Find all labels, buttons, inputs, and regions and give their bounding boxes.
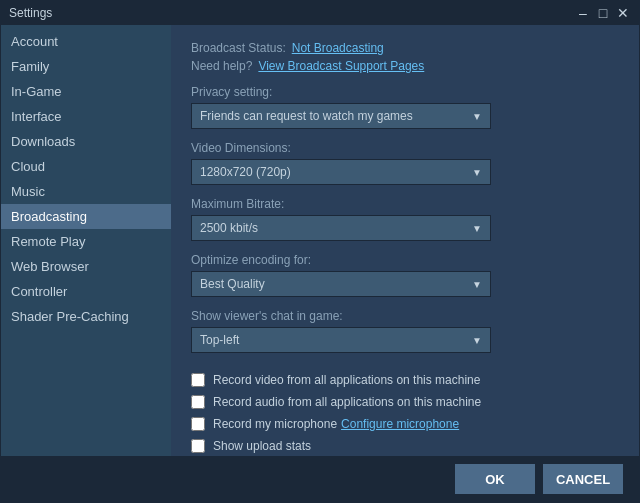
optimize-value: Best Quality [200,277,265,291]
video-dim-arrow: ▼ [472,167,482,178]
checkbox-row-1: Record audio from all applications on th… [191,395,619,409]
viewer-chat-label: Show viewer's chat in game: [191,309,619,323]
settings-window: Settings – □ ✕ AccountFamilyIn-GameInter… [0,0,640,503]
close-btn[interactable]: ✕ [615,6,631,20]
checkbox-label-3: Show upload stats [213,439,311,453]
support-pages-link[interactable]: View Broadcast Support Pages [258,59,424,73]
optimize-arrow: ▼ [472,279,482,290]
checkboxes-section: Record video from all applications on th… [191,373,619,456]
sidebar-item-account[interactable]: Account [1,29,171,54]
privacy-section: Privacy setting: Friends can request to … [191,85,619,129]
main-panel: Broadcast Status: Not Broadcasting Need … [171,25,639,456]
video-dim-label: Video Dimensions: [191,141,619,155]
privacy-label: Privacy setting: [191,85,619,99]
viewer-chat-arrow: ▼ [472,335,482,346]
maximize-btn[interactable]: □ [595,6,611,20]
video-dim-section: Video Dimensions: 1280x720 (720p) ▼ [191,141,619,185]
max-bitrate-value: 2500 kbit/s [200,221,258,235]
max-bitrate-dropdown[interactable]: 2500 kbit/s ▼ [191,215,491,241]
sidebar-item-in-game[interactable]: In-Game [1,79,171,104]
video-dim-dropdown[interactable]: 1280x720 (720p) ▼ [191,159,491,185]
checkbox-0[interactable] [191,373,205,387]
sidebar-item-interface[interactable]: Interface [1,104,171,129]
sidebar-item-family[interactable]: Family [1,54,171,79]
sidebar: AccountFamilyIn-GameInterfaceDownloadsCl… [1,25,171,456]
checkbox-label-0: Record video from all applications on th… [213,373,480,387]
privacy-dropdown-arrow: ▼ [472,111,482,122]
checkbox-row-3: Show upload stats [191,439,619,453]
content-area: AccountFamilyIn-GameInterfaceDownloadsCl… [1,25,639,456]
sidebar-item-remote-play[interactable]: Remote Play [1,229,171,254]
privacy-dropdown[interactable]: Friends can request to watch my games ▼ [191,103,491,129]
sidebar-item-music[interactable]: Music [1,179,171,204]
broadcast-status-row: Broadcast Status: Not Broadcasting [191,41,619,55]
sidebar-item-controller[interactable]: Controller [1,279,171,304]
privacy-value: Friends can request to watch my games [200,109,413,123]
sidebar-item-shader-pre-caching[interactable]: Shader Pre-Caching [1,304,171,329]
checkbox-3[interactable] [191,439,205,453]
cancel-button[interactable]: CANCEL [543,464,623,494]
optimize-section: Optimize encoding for: Best Quality ▼ [191,253,619,297]
viewer-chat-dropdown[interactable]: Top-left ▼ [191,327,491,353]
checkbox-row-2: Record my microphone Configure microphon… [191,417,619,431]
checkbox-1[interactable] [191,395,205,409]
not-broadcasting-link[interactable]: Not Broadcasting [292,41,384,55]
checkbox-label-2: Record my microphone [213,417,337,431]
checkbox-2[interactable] [191,417,205,431]
ok-button[interactable]: OK [455,464,535,494]
sidebar-item-cloud[interactable]: Cloud [1,154,171,179]
need-help-label: Need help? [191,59,252,73]
configure-microphone-link[interactable]: Configure microphone [341,417,459,431]
sidebar-item-web-browser[interactable]: Web Browser [1,254,171,279]
sidebar-item-downloads[interactable]: Downloads [1,129,171,154]
viewer-chat-value: Top-left [200,333,239,347]
broadcast-status-label: Broadcast Status: [191,41,286,55]
footer: OK CANCEL [1,456,639,502]
window-title: Settings [9,6,52,20]
viewer-chat-section: Show viewer's chat in game: Top-left ▼ [191,309,619,353]
max-bitrate-label: Maximum Bitrate: [191,197,619,211]
optimize-dropdown[interactable]: Best Quality ▼ [191,271,491,297]
minimize-btn[interactable]: – [575,6,591,20]
sidebar-item-broadcasting[interactable]: Broadcasting [1,204,171,229]
need-help-row: Need help? View Broadcast Support Pages [191,59,619,73]
optimize-label: Optimize encoding for: [191,253,619,267]
titlebar: Settings – □ ✕ [1,1,639,25]
max-bitrate-arrow: ▼ [472,223,482,234]
checkbox-row-0: Record video from all applications on th… [191,373,619,387]
checkbox-label-1: Record audio from all applications on th… [213,395,481,409]
video-dim-value: 1280x720 (720p) [200,165,291,179]
max-bitrate-section: Maximum Bitrate: 2500 kbit/s ▼ [191,197,619,241]
titlebar-controls: – □ ✕ [575,6,631,20]
